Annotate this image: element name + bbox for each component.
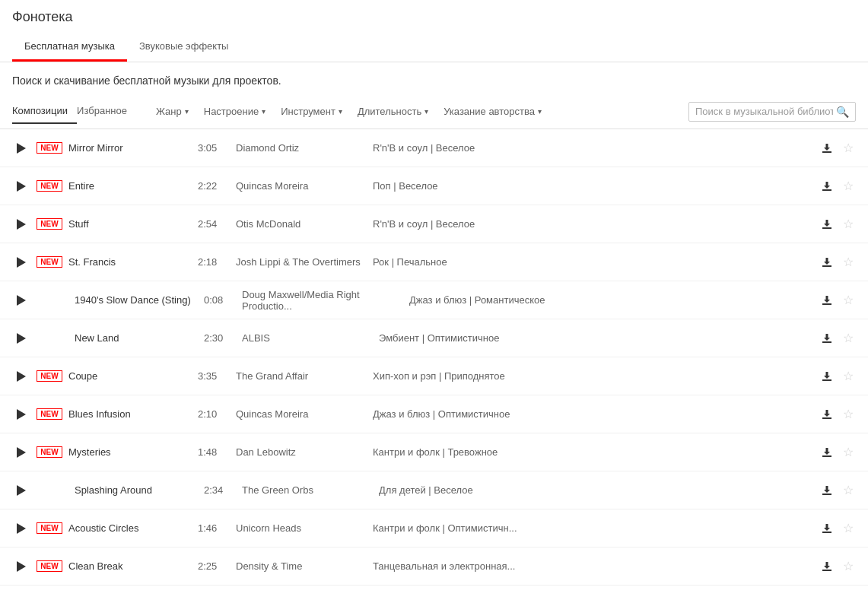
filter-dropdown-instrument[interactable]: Инструмент ▾ [273, 101, 350, 122]
download-button[interactable] [819, 445, 835, 460]
track-row: New Land 2:30 ALBIS Эмбиент | Оптимистич… [0, 319, 868, 357]
download-button[interactable] [819, 559, 835, 574]
track-actions: ☆ [819, 293, 856, 308]
star-button[interactable]: ☆ [841, 559, 856, 574]
track-name: Acoustic Circles [68, 522, 190, 534]
play-button[interactable] [12, 519, 30, 538]
star-button[interactable]: ☆ [841, 293, 856, 308]
star-button[interactable]: ☆ [841, 141, 856, 156]
track-genre: Эмбиент | Оптимистичное [379, 332, 819, 344]
search-icon: 🔍 [836, 106, 849, 118]
download-button[interactable] [819, 331, 835, 346]
download-button[interactable] [819, 141, 835, 156]
page-header: Фонотека Бесплатная музыкаЗвуковые эффек… [0, 0, 868, 62]
play-button[interactable] [12, 557, 30, 576]
play-icon [17, 371, 26, 382]
chevron-icon: ▾ [339, 107, 342, 116]
svg-rect-0 [822, 151, 831, 153]
tab-free-music[interactable]: Бесплатная музыка [12, 33, 127, 62]
filter-dropdown-attribution[interactable]: Указание авторства ▾ [436, 101, 549, 122]
download-button[interactable] [819, 217, 835, 232]
track-actions: ☆ [819, 217, 856, 232]
svg-rect-6 [822, 379, 831, 381]
play-icon [17, 485, 26, 496]
filter-dropdown-mood[interactable]: Настроение ▾ [196, 101, 273, 122]
track-row: NEW St. Francis 2:18 Josh Lippi & The Ov… [0, 243, 868, 281]
track-actions: ☆ [819, 521, 856, 536]
play-button[interactable] [12, 253, 30, 271]
download-icon [820, 370, 834, 383]
tab-sound-effects[interactable]: Звуковые эффекты [127, 33, 241, 62]
track-duration: 2:22 [198, 180, 228, 192]
download-icon [820, 255, 834, 269]
search-input[interactable] [695, 106, 833, 117]
play-button[interactable] [12, 481, 30, 500]
track-genre: R'n'B и соул | Веселое [373, 142, 819, 154]
play-icon [17, 561, 26, 572]
star-button[interactable]: ☆ [841, 217, 856, 232]
filter-tab-favorites[interactable]: Избранное [77, 99, 136, 124]
star-button[interactable]: ☆ [841, 521, 856, 536]
play-button[interactable] [12, 329, 30, 348]
track-duration: 2:18 [198, 256, 228, 268]
track-artist: Density & Time [236, 560, 373, 572]
track-name: 1940's Slow Dance (Sting) [75, 294, 196, 306]
play-button[interactable] [12, 405, 30, 424]
chevron-icon: ▾ [185, 107, 189, 116]
track-genre: Джаз и блюз | Оптимистичное [373, 408, 819, 420]
download-icon [820, 446, 834, 459]
play-button[interactable] [12, 291, 30, 309]
new-badge: NEW [37, 180, 62, 192]
download-button[interactable] [819, 369, 835, 384]
play-button[interactable] [12, 443, 30, 462]
star-button[interactable]: ☆ [841, 255, 856, 270]
download-button[interactable] [819, 483, 835, 498]
track-duration: 1:48 [198, 446, 228, 458]
star-button[interactable]: ☆ [841, 179, 856, 194]
star-button[interactable]: ☆ [841, 407, 856, 422]
track-name: Blues Infusion [68, 408, 190, 420]
track-artist: Unicorn Heads [236, 522, 373, 534]
track-name: New Land [75, 332, 196, 344]
page-title: Фонотека [12, 9, 856, 25]
star-button[interactable]: ☆ [841, 445, 856, 460]
play-button[interactable] [12, 215, 30, 233]
play-button[interactable] [12, 139, 30, 157]
track-row: NEW Clean Break 2:25 Density & Time Танц… [0, 547, 868, 586]
download-button[interactable] [819, 179, 835, 194]
play-icon [17, 523, 26, 534]
play-icon [17, 143, 26, 154]
filter-row: КомпозицииИзбранноеЖанр ▾Настроение ▾Инс… [0, 94, 868, 129]
track-genre: Танцевальная и электронная... [373, 560, 819, 572]
filter-dropdown-genre[interactable]: Жанр ▾ [148, 101, 196, 122]
star-button[interactable]: ☆ [841, 483, 856, 498]
play-button[interactable] [12, 177, 30, 195]
download-button[interactable] [819, 407, 835, 422]
new-badge: NEW [37, 408, 62, 420]
track-duration: 1:46 [198, 522, 228, 534]
track-duration: 0:08 [204, 294, 234, 306]
download-button[interactable] [819, 521, 835, 536]
track-genre: Кантри и фолк | Тревожное [373, 446, 819, 458]
track-row: NEW Stuff 2:54 Otis McDonald R'n'B и соу… [0, 205, 868, 243]
track-duration: 2:10 [198, 408, 228, 420]
new-badge: NEW [37, 142, 62, 154]
track-artist: Quincas Moreira [236, 408, 373, 420]
track-genre: Рок | Печальное [373, 256, 819, 268]
star-button[interactable]: ☆ [841, 369, 856, 384]
download-button[interactable] [819, 293, 835, 308]
svg-rect-11 [822, 570, 831, 571]
filter-dropdown-duration[interactable]: Длительность ▾ [350, 101, 436, 122]
track-name: Clean Break [68, 560, 190, 572]
tab-bar: Бесплатная музыкаЗвуковые эффекты [12, 33, 856, 62]
new-badge: NEW [37, 522, 62, 534]
track-actions: ☆ [819, 483, 856, 498]
track-duration: 3:35 [198, 370, 228, 382]
filter-tab-compositions[interactable]: Композиции [12, 99, 77, 124]
star-button[interactable]: ☆ [841, 331, 856, 346]
track-artist: Dan Lebowitz [236, 446, 373, 458]
play-button[interactable] [12, 367, 30, 386]
download-button[interactable] [819, 255, 835, 270]
svg-rect-8 [822, 455, 831, 457]
download-icon [820, 484, 834, 497]
